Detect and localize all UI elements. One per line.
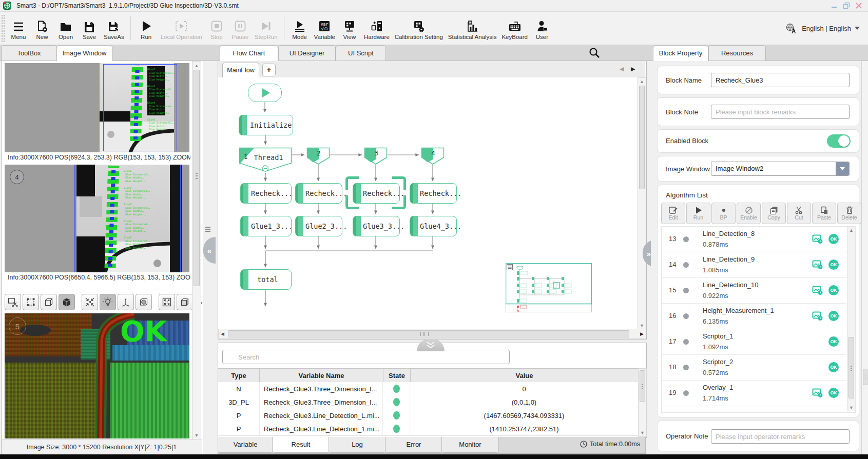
algo-delete-button[interactable]: Delete [837, 203, 861, 224]
flow-node-glue1[interactable]: Glue1_3... [240, 216, 292, 236]
algo-cut-button[interactable]: Cut [787, 203, 811, 224]
save-button[interactable]: Save [78, 13, 101, 44]
fullscreen-button[interactable] [159, 294, 175, 310]
scroll-down-icon[interactable]: ▼ [847, 405, 855, 410]
hardware-button[interactable]: Hardware [361, 13, 392, 44]
wireframe-cube-button[interactable] [41, 294, 57, 310]
mode-button[interactable]: Mode [288, 13, 312, 44]
scroll-down-icon[interactable]: ▼ [192, 433, 201, 438]
statistical-analysis-button[interactable]: QStatistical Analysis [446, 13, 499, 44]
scroll-down-icon[interactable]: ▼ [639, 430, 646, 435]
col-header-variable-name[interactable]: Variable Name [260, 369, 383, 382]
algorithm-item[interactable]: 16 Height_Measurement_16.135ms OK [662, 304, 846, 329]
tab-resources[interactable]: Resources [708, 45, 766, 61]
image-window-select[interactable]: Image Window2 [711, 162, 850, 176]
flow-node-recheck2[interactable]: Recheck... [295, 183, 342, 204]
variable-search-input[interactable] [222, 350, 510, 364]
flow-node-glue2[interactable]: Glue2_3... [295, 216, 342, 236]
algorithm-item[interactable]: 15 Line_Detection_100.922ms OK [662, 278, 846, 304]
algorithm-item[interactable]: 13 Line_Detection_80.878ms OK [662, 227, 846, 252]
algorithm-item[interactable]: 17 Scriptor_11.092ms OK [662, 329, 846, 355]
brightness-button[interactable] [100, 294, 116, 310]
variable-scrollbar[interactable]: ▼ [638, 368, 647, 437]
bottom-tab-log[interactable]: Log [329, 437, 386, 453]
bottom-tab-monitor[interactable]: Monitor [441, 437, 499, 453]
tab-toolbox[interactable]: ToolBox [1, 45, 57, 61]
language-selector[interactable]: English | English [785, 22, 860, 34]
result-image-icon[interactable] [812, 388, 823, 398]
left-panel-scrollbar[interactable]: ▲ ▼ [192, 61, 201, 440]
flow-node-thread2[interactable]: 2 [306, 147, 330, 165]
variable-row[interactable]: 3D_PL Recheck_Glue3.Three_Dimension_I...… [218, 395, 638, 409]
right-panel-scrollbar[interactable] [861, 61, 868, 454]
run-button[interactable]: Run [134, 13, 158, 44]
user-button[interactable]: User [530, 13, 554, 44]
col-header-type[interactable]: Type [218, 369, 260, 382]
calibration-setting-button[interactable]: Calibration Setting [392, 13, 446, 44]
flow-node-glue3[interactable]: Glue3_3... [353, 216, 400, 236]
algo-bp-button[interactable]: BP [711, 203, 736, 224]
bp-dot-icon[interactable] [683, 390, 689, 396]
toolbar-drag-handle[interactable] [1, 14, 5, 42]
scroll-up-icon[interactable]: ▲ [192, 63, 201, 68]
operator-note-input[interactable] [711, 429, 850, 444]
flow-tab-prev-icon[interactable]: ◀ [620, 66, 624, 72]
algo-copy-button[interactable]: Copy [762, 203, 786, 224]
flow-vscrollbar[interactable]: ▲ ▼ [638, 77, 646, 330]
roi-box-button[interactable] [23, 294, 39, 310]
collapse-bottom-panel-button[interactable] [417, 338, 445, 351]
algorithm-item[interactable]: 19 Overlay_11.714ms OK [662, 381, 846, 406]
variable-button[interactable]: var√⊙Variable [312, 13, 338, 44]
flow-hscrollbar[interactable]: ◀ ▶ [218, 329, 646, 339]
new-button[interactable]: New [30, 13, 54, 44]
shaded-cube-button[interactable] [177, 294, 193, 310]
flow-node-glue4[interactable]: Glue4_3... [410, 216, 457, 236]
flow-node-total[interactable]: total [240, 269, 292, 290]
bp-dot-icon[interactable] [683, 313, 689, 319]
image-preview-2[interactable]: Glue1 Glue Distance1:… Glue Width:… Glue… [5, 165, 189, 272]
scroll-left-icon[interactable]: ◀ [221, 331, 224, 336]
select-dropdown-icon[interactable] [836, 162, 849, 175]
variable-row[interactable]: N Recheck_Glue3.Three_Dimension_I... 0 [218, 382, 638, 396]
pause-button[interactable]: Pause [228, 13, 252, 44]
point-cloud-image[interactable]: OK 5 [5, 313, 189, 438]
scroll-down-icon[interactable]: ▼ [638, 323, 646, 328]
local-operation-button[interactable]: Local Operation [158, 13, 205, 44]
algo-paste-button[interactable]: Paste [812, 203, 836, 224]
result-image-icon[interactable] [812, 311, 823, 321]
algo-enable-button[interactable]: Enable [737, 203, 761, 224]
flow-start-node[interactable] [248, 84, 282, 102]
col-header-value[interactable]: Value [411, 369, 638, 382]
block-note-input[interactable] [711, 105, 850, 119]
bp-dot-icon[interactable] [683, 262, 689, 268]
tab-ui-script[interactable]: UI Script [336, 45, 386, 61]
open-button[interactable]: Open [54, 13, 78, 44]
bottom-tab-result[interactable]: Result [272, 437, 330, 453]
axes-3d-button[interactable] [118, 294, 134, 310]
variable-row[interactable]: P Recheck_Glue3.Line_Detection_1.mi... (… [218, 422, 638, 436]
solid-cube-button[interactable] [59, 294, 75, 310]
result-image-icon[interactable] [812, 286, 823, 295]
scroll-up-icon[interactable]: ▲ [638, 79, 646, 84]
flow-node-initialize[interactable]: Initialize [239, 115, 293, 135]
tab-image-window[interactable]: Image Window [56, 45, 112, 61]
result-image-icon[interactable] [812, 234, 823, 244]
tab-block-property[interactable]: Block Property [653, 45, 708, 61]
result-image-icon[interactable] [812, 260, 823, 270]
algo-run-button[interactable]: Run [686, 203, 710, 224]
steprun-button[interactable]: StepRun [252, 13, 280, 44]
flow-node-thread1[interactable]: 1 Thread1 [239, 147, 292, 173]
bottom-tab-variable[interactable]: Variable [218, 437, 273, 453]
saveas-button[interactable]: SaveAs [101, 13, 127, 44]
snip-image-button[interactable] [5, 294, 21, 310]
menu-button[interactable]: Menu [7, 13, 30, 44]
variable-row[interactable]: P Recheck_Glue3.Line_Detection_L.mi... (… [218, 409, 638, 423]
flow-minimap[interactable] [506, 263, 592, 312]
algorithm-list-scrollbar[interactable]: ▲ ▼ [847, 227, 855, 411]
variable-search[interactable] [222, 350, 510, 364]
subtab-mainflow[interactable]: MainFlow [222, 63, 259, 78]
minimize-button[interactable] [830, 2, 838, 10]
flow-node-thread3[interactable]: 3 [364, 147, 388, 165]
view-button[interactable]: View [338, 13, 361, 44]
scroll-right-icon[interactable]: ▶ [640, 331, 644, 336]
